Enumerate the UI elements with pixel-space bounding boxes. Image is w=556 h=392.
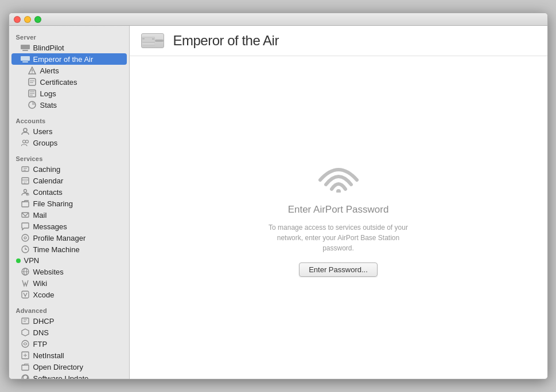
groups-icon — [21, 138, 30, 147]
sidebar-item-dhcp[interactable]: DHCP — [11, 315, 127, 327]
timemachine-icon — [21, 245, 30, 254]
sidebar-item-contacts[interactable]: @ Contacts — [11, 186, 127, 198]
softwareupdate-label: Software Update — [33, 374, 89, 379]
server-name-title: Emperor of the Air — [173, 33, 279, 49]
emperor-label: Emperor of the Air — [33, 55, 94, 64]
dns-icon — [21, 328, 30, 337]
sidebar-item-caching[interactable]: Caching — [11, 163, 127, 175]
svg-rect-52 — [142, 43, 155, 45]
svg-text:17: 17 — [24, 181, 27, 184]
xcode-label: Xcode — [33, 291, 55, 299]
calendar-icon: 17 — [21, 176, 30, 185]
netinstall-label: NetInstall — [33, 351, 64, 360]
main-body: Enter AirPort Password To manage access … — [130, 56, 547, 379]
svg-rect-3 — [22, 61, 28, 62]
sidebar-item-logs[interactable]: Logs — [11, 88, 127, 99]
certificates-icon — [28, 77, 37, 87]
svg-rect-44 — [22, 365, 29, 370]
svg-rect-1 — [22, 50, 28, 51]
caching-label: Caching — [33, 165, 61, 174]
svg-point-53 — [152, 38, 153, 40]
profilemanager-icon — [21, 233, 30, 242]
sidebar-item-filesharing[interactable]: File Sharing — [11, 198, 127, 209]
ftp-icon — [21, 339, 30, 348]
svg-point-16 — [22, 140, 25, 143]
sidebar-item-wiki[interactable]: Wiki — [11, 277, 127, 289]
contacts-icon: @ — [21, 187, 30, 197]
websites-label: Websites — [33, 268, 64, 276]
websites-icon — [21, 267, 30, 276]
sidebar-item-xcode[interactable]: Xcode — [11, 289, 127, 300]
sidebar-item-emperor[interactable]: Emperor of the Air — [11, 53, 127, 65]
alerts-icon — [28, 66, 37, 75]
svg-point-30 — [24, 237, 26, 239]
sidebar-item-certificates[interactable]: Certificates — [11, 76, 127, 88]
svg-point-24 — [24, 190, 26, 193]
opendirectory-icon — [21, 362, 30, 371]
logs-icon — [28, 89, 37, 98]
ftp-label: FTP — [33, 340, 48, 348]
sidebar-item-vpn[interactable]: VPN — [11, 255, 127, 266]
sidebar-item-mail[interactable]: Mail — [11, 209, 127, 221]
sidebar-item-netinstall[interactable]: NetInstall — [11, 350, 127, 361]
close-button[interactable] — [14, 16, 21, 23]
users-label: Users — [33, 127, 53, 136]
sidebar-item-blindpilot[interactable]: BlindPilot — [11, 42, 127, 53]
sidebar-item-websites[interactable]: Websites — [11, 266, 127, 277]
wiki-icon — [21, 279, 30, 288]
groups-label: Groups — [33, 139, 58, 147]
svg-point-6 — [32, 72, 33, 73]
stats-icon — [28, 100, 37, 109]
server-small-icon — [21, 43, 30, 52]
svg-text:@: @ — [26, 193, 29, 196]
accounts-section-label: Accounts — [9, 114, 129, 126]
vpn-active-dot — [16, 258, 21, 263]
svg-point-54 — [154, 38, 154, 39]
maximize-button[interactable] — [34, 16, 41, 23]
sidebar-item-groups[interactable]: Groups — [11, 137, 127, 148]
sidebar-item-profilemanager[interactable]: Profile Manager — [11, 232, 127, 244]
timemachine-label: Time Machine — [33, 245, 80, 254]
sidebar-item-stats[interactable]: Stats — [11, 99, 127, 111]
svg-marker-39 — [22, 329, 29, 336]
dns-label: DNS — [33, 328, 49, 337]
calendar-label: Calendar — [33, 177, 64, 185]
sidebar-item-users[interactable]: Users — [11, 126, 127, 137]
stats-label: Stats — [40, 101, 57, 109]
opendirectory-label: Open Directory — [33, 363, 83, 371]
contacts-label: Contacts — [33, 188, 63, 197]
airport-wifi-icon — [316, 158, 361, 193]
svg-rect-27 — [22, 202, 29, 207]
vpn-label: VPN — [24, 256, 40, 265]
sidebar-item-calendar[interactable]: 17 Calendar — [11, 175, 127, 186]
content-area: Server BlindPilot Emperor of the Air — [9, 26, 547, 379]
main-window: Server BlindPilot Emperor of the Air — [9, 13, 548, 379]
sidebar-item-dns[interactable]: DNS — [11, 327, 127, 338]
enter-password-button[interactable]: Enter Password... — [299, 262, 378, 277]
titlebar — [9, 13, 547, 26]
caching-icon — [21, 164, 30, 174]
svg-point-15 — [24, 128, 27, 132]
sidebar-item-timemachine[interactable]: Time Machine — [11, 244, 127, 255]
logs-label: Logs — [40, 89, 56, 98]
minimize-button[interactable] — [24, 16, 31, 23]
main-content: Emperor of the Air Enter — [130, 26, 547, 379]
svg-rect-2 — [21, 56, 30, 61]
xcode-icon — [21, 290, 30, 299]
airport-password-desc: To manage access to services outside of … — [264, 222, 413, 253]
services-section-label: Services — [9, 152, 129, 163]
mail-icon — [21, 210, 30, 219]
sidebar-item-opendirectory[interactable]: Open Directory — [11, 361, 127, 373]
sidebar-item-messages[interactable]: Messages — [11, 221, 127, 232]
svg-rect-36 — [22, 318, 29, 324]
sidebar-item-ftp[interactable]: FTP — [11, 338, 127, 350]
svg-rect-50 — [142, 37, 155, 42]
filesharing-label: File Sharing — [33, 199, 73, 208]
svg-point-17 — [25, 140, 28, 143]
sidebar-item-softwareupdate[interactable]: Software Update — [11, 373, 127, 379]
alerts-label: Alerts — [40, 66, 59, 75]
sidebar-item-alerts[interactable]: Alerts — [11, 65, 127, 76]
messages-icon — [21, 222, 30, 231]
advanced-section-label: Advanced — [9, 304, 129, 315]
svg-point-55 — [336, 189, 341, 193]
